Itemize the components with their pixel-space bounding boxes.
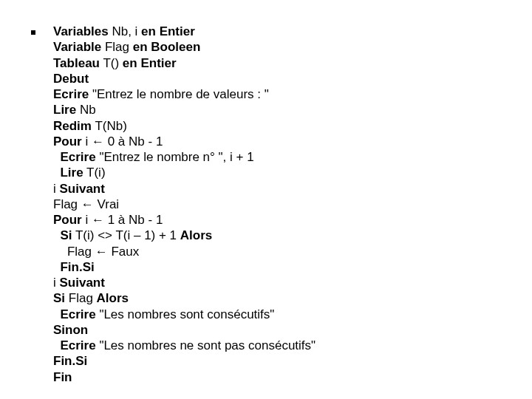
bullet-icon bbox=[31, 30, 35, 35]
code-line: Tableau T() en Entier bbox=[53, 55, 517, 71]
code-line: Ecrire "Entrez le nombre n° ", i + 1 bbox=[53, 149, 517, 165]
slide: Variables Nb, i en EntierVariable Flag e… bbox=[0, 0, 532, 399]
code-line: Ecrire "Les nombres sont consécutifs" bbox=[53, 307, 517, 322]
code-line: Lire Nb bbox=[53, 102, 517, 117]
code-line: Fin bbox=[53, 369, 517, 385]
code-line: Variables Nb, i en Entier bbox=[53, 24, 517, 39]
code-line: Pour i ← 0 à Nb - 1 bbox=[53, 134, 517, 149]
code-line: Si T(i) <> T(i – 1) + 1 Alors bbox=[53, 228, 517, 243]
code-line: Debut bbox=[53, 71, 517, 86]
code-line: Variable Flag en Booleen bbox=[53, 39, 517, 55]
code-line: Pour i ← 1 à Nb - 1 bbox=[53, 212, 517, 228]
code-line: Ecrire "Entrez le nombre de valeurs : " bbox=[53, 86, 517, 102]
code-line: Lire T(i) bbox=[53, 165, 517, 180]
code-line: Fin.Si bbox=[53, 353, 517, 369]
code-line: i Suivant bbox=[53, 181, 517, 197]
code-line: Redim T(Nb) bbox=[53, 118, 517, 134]
code-line: Ecrire "Les nombres ne sont pas consécut… bbox=[53, 338, 517, 353]
pseudocode-block: Variables Nb, i en EntierVariable Flag e… bbox=[53, 24, 517, 385]
code-line: i Suivant bbox=[53, 275, 517, 290]
code-line: Flag ← Faux bbox=[53, 244, 517, 259]
code-line: Fin.Si bbox=[53, 259, 517, 275]
code-line: Si Flag Alors bbox=[53, 290, 517, 306]
code-line: Sinon bbox=[53, 322, 517, 338]
code-line: Flag ← Vrai bbox=[53, 197, 517, 212]
